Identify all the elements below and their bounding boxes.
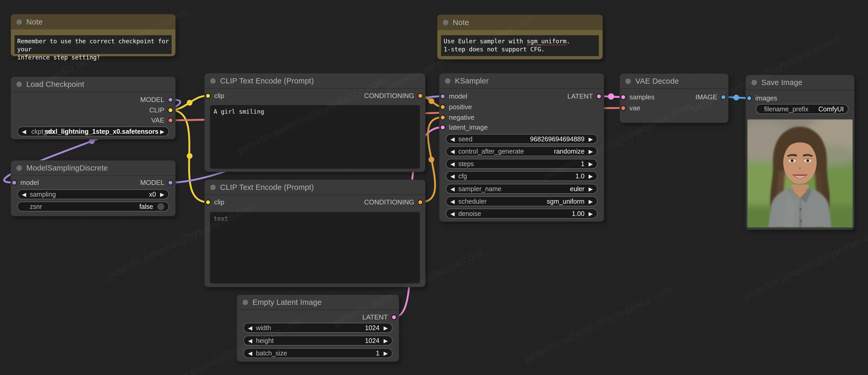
next-arrow-icon[interactable]: ▶ — [589, 161, 593, 167]
steps-widget[interactable]: ◀ steps 1 ▶ — [446, 159, 597, 169]
prev-arrow-icon[interactable]: ◀ — [451, 174, 455, 179]
input-port-images[interactable]: images — [746, 95, 777, 101]
prev-arrow-icon[interactable]: ◀ — [248, 325, 252, 331]
node-header[interactable]: CLIP Text Encode (Prompt) — [205, 73, 425, 89]
ksampler-node[interactable]: KSampler model positive negative latent_… — [439, 73, 604, 221]
denoise-widget[interactable]: ◀ denoise 1.00 ▶ — [446, 209, 597, 219]
next-arrow-icon[interactable]: ▶ — [589, 199, 593, 204]
conditioning-port-dot[interactable] — [417, 93, 423, 99]
latent-port-dot[interactable] — [620, 94, 626, 100]
clip-port-dot[interactable] — [168, 107, 173, 113]
next-arrow-icon[interactable]: ▶ — [589, 136, 593, 142]
next-arrow-icon[interactable]: ▶ — [384, 350, 388, 356]
collapse-dot-icon[interactable] — [210, 185, 216, 190]
prev-arrow-icon[interactable]: ◀ — [248, 350, 252, 356]
node-header[interactable]: Note — [437, 15, 602, 30]
sampling-widget[interactable]: ◀ sampling x0 ▶ — [17, 189, 169, 199]
model-port-dot[interactable] — [168, 180, 173, 185]
conditioning-port-dot[interactable] — [440, 115, 445, 120]
prev-arrow-icon[interactable]: ◀ — [451, 199, 455, 204]
seed-widget[interactable]: ◀ seed 968269694694889 ▶ — [446, 134, 597, 144]
height-widget[interactable]: ◀ height 1024 ▶ — [243, 336, 393, 346]
output-port-vae[interactable]: VAE — [151, 118, 173, 123]
node-header[interactable]: Load Checkpoint — [11, 77, 175, 92]
output-port-model[interactable]: MODEL — [140, 97, 173, 102]
sampler-name-widget[interactable]: ◀ sampler_name euler ▶ — [446, 184, 597, 194]
prev-arrow-icon[interactable]: ◀ — [22, 129, 26, 134]
latent-port-dot[interactable] — [391, 314, 397, 320]
input-port-samples[interactable]: samples — [620, 94, 655, 100]
batch-size-widget[interactable]: ◀ batch_size 1 ▶ — [243, 348, 393, 358]
node-header[interactable]: VAE Decode — [620, 74, 728, 89]
node-graph-canvas[interactable]: Note Remember to use the correct checkpo… — [0, 0, 868, 375]
scheduler-widget[interactable]: ◀ scheduler sgm_uniform ▶ — [446, 196, 597, 206]
next-arrow-icon[interactable]: ▶ — [384, 338, 388, 343]
clip-text-encode-positive-node[interactable]: CLIP Text Encode (Prompt) clip CONDITION… — [205, 73, 425, 171]
next-arrow-icon[interactable]: ▶ — [589, 186, 593, 192]
output-port-conditioning[interactable]: CONDITIONING — [364, 93, 423, 99]
collapse-dot-icon[interactable] — [17, 82, 22, 87]
latent-port-dot[interactable] — [596, 94, 602, 99]
note-text[interactable]: Remember to use the correct checkpoint f… — [14, 35, 172, 54]
input-port-vae[interactable]: vae — [620, 105, 640, 111]
output-port-image[interactable]: IMAGE — [695, 94, 726, 100]
node-header[interactable]: Note — [11, 14, 175, 29]
next-arrow-icon[interactable]: ▶ — [589, 174, 593, 179]
input-port-negative[interactable]: negative — [440, 115, 474, 120]
collapse-dot-icon[interactable] — [443, 20, 448, 25]
model-port-dot[interactable] — [440, 94, 445, 99]
node-header[interactable]: Empty Latent Image — [237, 295, 399, 310]
note-node-checkpoint[interactable]: Note Remember to use the correct checkpo… — [11, 14, 175, 56]
zsnr-widget[interactable]: zsnr false — [17, 201, 169, 212]
model-sampling-discrete-node[interactable]: ModelSamplingDiscrete model MODEL ◀ samp… — [11, 161, 175, 216]
conditioning-port-dot[interactable] — [417, 199, 423, 205]
empty-latent-image-node[interactable]: Empty Latent Image LATENT ◀ width 1024 ▶… — [237, 295, 399, 362]
node-header[interactable]: Save Image — [746, 75, 854, 90]
next-arrow-icon[interactable]: ▶ — [160, 129, 164, 134]
clip-text-encode-negative-node[interactable]: CLIP Text Encode (Prompt) clip CONDITION… — [205, 180, 425, 287]
vae-decode-node[interactable]: VAE Decode samples vae IMAGE — [620, 74, 728, 123]
control-after-generate-widget[interactable]: ◀ control_after_generate randomize ▶ — [446, 146, 597, 156]
prompt-textarea[interactable]: A girl smiling — [210, 105, 420, 169]
prev-arrow-icon[interactable]: ◀ — [451, 149, 455, 154]
input-port-clip[interactable]: clip — [205, 93, 224, 99]
prev-arrow-icon[interactable]: ◀ — [451, 161, 455, 167]
clip-port-dot[interactable] — [205, 199, 211, 205]
next-arrow-icon[interactable]: ▶ — [589, 211, 593, 216]
next-arrow-icon[interactable]: ▶ — [589, 149, 593, 154]
note-node-sampler[interactable]: Note Use Euler sampler with sgm_uniform.… — [437, 15, 602, 59]
next-arrow-icon[interactable]: ▶ — [384, 325, 388, 331]
filename-prefix-widget[interactable]: filename_prefix ComfyUI — [756, 104, 848, 114]
output-port-latent[interactable]: LATENT — [567, 94, 602, 99]
output-port-model[interactable]: MODEL — [140, 180, 173, 185]
width-widget[interactable]: ◀ width 1024 ▶ — [243, 323, 393, 333]
image-port-dot[interactable] — [746, 95, 752, 101]
prev-arrow-icon[interactable]: ◀ — [451, 211, 455, 216]
input-port-positive[interactable]: positive — [440, 104, 472, 110]
output-port-latent[interactable]: LATENT — [362, 314, 397, 320]
image-port-dot[interactable] — [721, 94, 726, 100]
save-image-node[interactable]: Save Image images filename_prefix ComfyU… — [746, 75, 854, 229]
vae-port-dot[interactable] — [168, 118, 173, 123]
collapse-dot-icon[interactable] — [751, 80, 757, 85]
node-header[interactable]: CLIP Text Encode (Prompt) — [205, 180, 425, 195]
node-header[interactable]: KSampler — [439, 73, 604, 89]
vae-port-dot[interactable] — [620, 105, 626, 111]
prompt-textarea[interactable]: text — [210, 212, 420, 283]
input-port-model[interactable]: model — [440, 94, 467, 99]
output-port-clip[interactable]: CLIP — [149, 107, 173, 113]
output-port-conditioning[interactable]: CONDITIONING — [364, 199, 423, 205]
prev-arrow-icon[interactable]: ◀ — [248, 338, 252, 343]
clip-port-dot[interactable] — [205, 93, 211, 99]
input-port-latent-image[interactable]: latent_image — [440, 125, 488, 130]
next-arrow-icon[interactable]: ▶ — [160, 192, 164, 197]
collapse-dot-icon[interactable] — [17, 165, 22, 171]
input-port-clip[interactable]: clip — [205, 199, 224, 205]
latent-port-dot[interactable] — [440, 125, 445, 130]
collapse-dot-icon[interactable] — [625, 79, 631, 84]
collapse-dot-icon[interactable] — [445, 78, 451, 84]
load-checkpoint-node[interactable]: Load Checkpoint MODEL CLIP VAE ◀ ckpt_na… — [11, 77, 175, 139]
ckpt-name-widget[interactable]: ◀ ckpt_na sdxl_lightning_1step_x0.safete… — [17, 126, 169, 136]
prev-arrow-icon[interactable]: ◀ — [451, 136, 455, 142]
model-port-dot[interactable] — [168, 97, 173, 102]
